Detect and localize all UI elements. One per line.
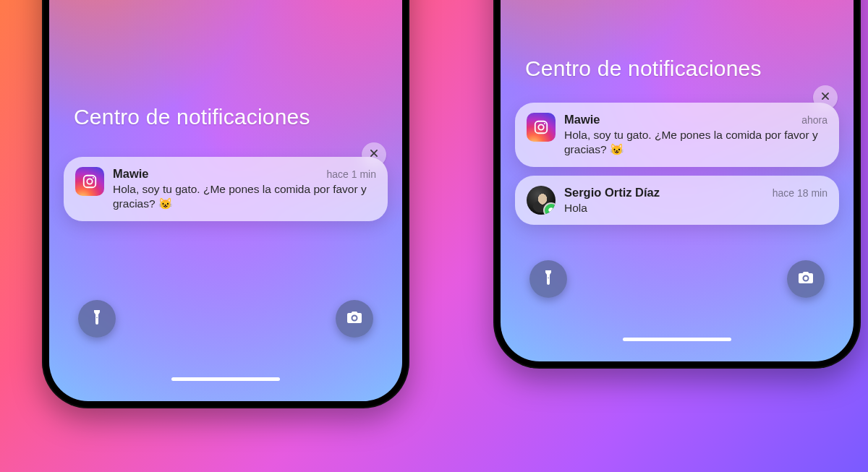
notification-message: Hola, soy tu gato. ¿Me pones la comida p…	[564, 128, 827, 157]
notification-message: Hola	[564, 201, 827, 215]
notification-list: Mawie hace 1 min Hola, soy tu gato. ¿Me …	[64, 157, 388, 244]
notification-sender: Mawie	[564, 113, 600, 126]
lock-screen: Centro de notificaciones Mawie ahora	[501, 0, 854, 361]
notification-sender: Sergio Ortiz Díaz	[564, 186, 660, 199]
flashlight-icon	[88, 309, 106, 329]
svg-rect-3	[535, 121, 548, 134]
camera-button[interactable]	[336, 300, 373, 338]
messages-badge-icon	[545, 204, 556, 215]
home-indicator[interactable]	[623, 338, 731, 341]
notification-body: Mawie ahora Hola, soy tu gato. ¿Me pones…	[564, 113, 827, 157]
phone-mockup-right: Centro de notificaciones Mawie ahora	[493, 0, 861, 369]
avatar	[527, 186, 556, 215]
home-indicator[interactable]	[171, 377, 280, 381]
svg-point-5	[544, 123, 545, 124]
notification-body: Sergio Ortiz Díaz hace 18 min Hola	[564, 186, 827, 215]
notification-card[interactable]: Sergio Ortiz Díaz hace 18 min Hola	[515, 176, 839, 226]
comparison-stage: Centro de notificaciones Mawie hace 1 mi…	[0, 0, 868, 472]
notification-list: Mawie ahora Hola, soy tu gato. ¿Me pones…	[515, 103, 839, 225]
svg-point-1	[87, 179, 92, 184]
camera-icon	[797, 269, 814, 289]
notification-sender: Mawie	[113, 167, 149, 181]
svg-rect-0	[84, 176, 96, 188]
notification-center-title: Centro de notificaciones	[74, 105, 310, 129]
notification-center-title: Centro de notificaciones	[525, 56, 762, 81]
phone-mockup-left: Centro de notificaciones Mawie hace 1 mi…	[42, 0, 409, 408]
instagram-icon	[527, 113, 556, 142]
camera-button[interactable]	[787, 260, 825, 298]
lock-screen: Centro de notificaciones Mawie hace 1 mi…	[49, 0, 402, 401]
flashlight-button[interactable]	[529, 260, 567, 298]
notification-card[interactable]: Mawie ahora Hola, soy tu gato. ¿Me pones…	[515, 103, 839, 167]
svg-point-4	[538, 124, 543, 129]
notification-time: hace 1 min	[327, 168, 376, 180]
notification-message: Hola	[104, 224, 376, 238]
notification-message: Hola, soy tu gato. ¿Me pones la comida p…	[113, 182, 376, 211]
svg-point-2	[93, 177, 94, 179]
avatar	[75, 223, 95, 243]
notification-card[interactable]: Mawie hace 1 min Hola, soy tu gato. ¿Me …	[64, 157, 388, 221]
notification-time: ahora	[801, 114, 827, 126]
camera-icon	[346, 309, 363, 329]
flashlight-icon	[540, 269, 557, 289]
lock-screen-dock	[501, 260, 854, 298]
notification-card-peek[interactable]: Hola	[64, 218, 388, 244]
flashlight-button[interactable]	[78, 300, 116, 338]
messages-badge-icon	[87, 234, 95, 243]
notification-body: Mawie hace 1 min Hola, soy tu gato. ¿Me …	[113, 167, 376, 211]
instagram-icon	[75, 167, 104, 196]
lock-screen-dock	[49, 300, 402, 338]
notification-time: hace 18 min	[773, 187, 827, 199]
